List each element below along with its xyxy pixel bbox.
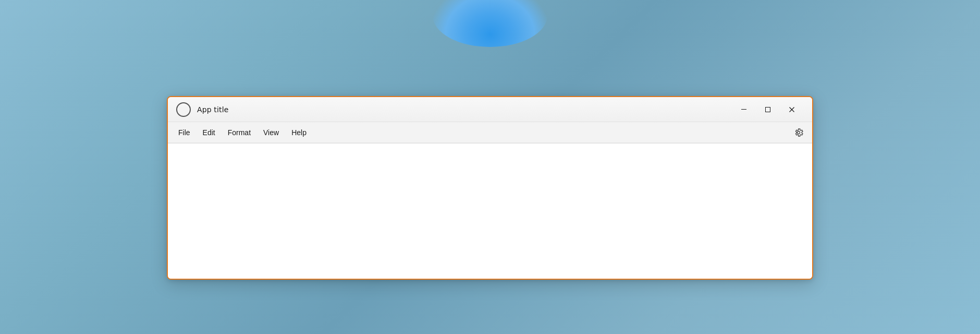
svg-rect-0 <box>741 109 746 110</box>
svg-line-2 <box>790 107 794 112</box>
window-wrapper: App title <box>167 96 813 280</box>
menu-item-view[interactable]: View <box>257 125 285 140</box>
menu-bar: File Edit Format View Help <box>168 122 812 143</box>
menu-item-file[interactable]: File <box>172 125 197 140</box>
menu-item-edit[interactable]: Edit <box>197 125 222 140</box>
settings-icon[interactable] <box>789 123 808 142</box>
menu-item-format[interactable]: Format <box>222 125 257 140</box>
content-area <box>168 143 812 279</box>
minimize-button[interactable] <box>732 101 756 118</box>
app-window: App title <box>167 96 813 280</box>
maximize-button[interactable] <box>756 101 780 118</box>
app-title: App title <box>197 105 732 114</box>
svg-line-3 <box>790 107 794 112</box>
window-controls <box>732 101 804 118</box>
app-icon <box>176 102 191 117</box>
menu-item-help[interactable]: Help <box>285 125 313 140</box>
svg-rect-1 <box>766 107 770 112</box>
close-button[interactable] <box>780 101 804 118</box>
title-bar: App title <box>168 97 812 122</box>
